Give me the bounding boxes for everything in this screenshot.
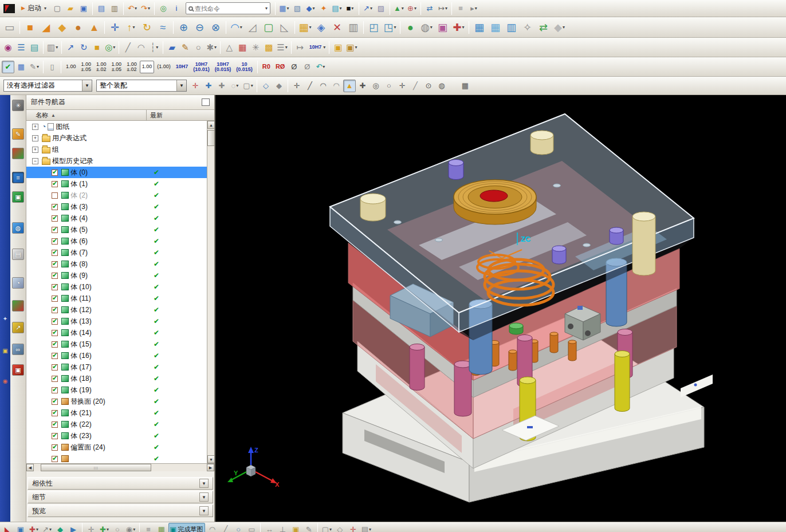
cone-button[interactable]: ▲ [87, 19, 102, 36]
dropdown-arrow-icon[interactable]: ▾ [236, 83, 238, 88]
section-expand-chevron-icon[interactable]: ▾ [199, 479, 209, 488]
triangle-ref-button[interactable]: △ [223, 41, 235, 54]
snap-quadrant-button[interactable]: ○ [383, 80, 395, 92]
panel-float-button[interactable] [202, 98, 210, 106]
tol-7[interactable]: (1.00) [155, 61, 173, 73]
snap-existing-point-button[interactable]: ✛ [396, 80, 408, 92]
dropdown-arrow-icon[interactable]: ▾ [462, 25, 465, 30]
combo-dropdown-arrow-icon[interactable]: ▼ [176, 80, 186, 91]
suppress-checkbox[interactable] [52, 238, 58, 245]
bottom-diamond-button[interactable]: ◆ [54, 523, 66, 532]
dropdown-arrow-icon[interactable]: ▾ [329, 527, 332, 532]
snap-point-on-curve-button[interactable]: ╱ [409, 80, 422, 92]
touch-panel-icon[interactable]: ▣ [12, 364, 24, 376]
dropdown-arrow-icon[interactable]: ▾ [563, 25, 565, 30]
tree-item-体 (4)[interactable]: 体 (4)✔ [26, 212, 207, 224]
snap-midpoint-button[interactable]: ◠ [317, 80, 329, 92]
bottom-box-button[interactable]: ▢▾ [320, 523, 333, 532]
suppress-checkbox[interactable] [52, 170, 58, 176]
horizontal-scroll-thumb[interactable]: ||| [41, 464, 151, 471]
tree-item-体 (7)[interactable]: 体 (7)✔ [26, 247, 207, 258]
sketchbook-button[interactable]: ▰ [166, 41, 178, 54]
dropdown-arrow-icon[interactable]: ▾ [214, 45, 217, 50]
bottom-arc-button[interactable]: ◠ [206, 523, 218, 532]
snap-curve-button[interactable]: ◠ [330, 80, 343, 92]
tree-item-体 (0)[interactable]: 体 (0)✔ [26, 167, 207, 178]
panel-section-相依性[interactable]: 相依性▾ [27, 477, 213, 490]
arc-tool-button[interactable]: ◠ [135, 41, 147, 54]
capture-button[interactable]: ▧ [291, 2, 304, 15]
dropdown-arrow-icon[interactable]: ▾ [394, 25, 396, 30]
tree-item-模型历史记录[interactable]: −模型历史记录 [26, 155, 207, 167]
tree-item-体 (6)[interactable]: 体 (6)✔ [26, 235, 207, 247]
layer-settings-button[interactable]: ☰ [15, 41, 27, 54]
snap-rect-button[interactable]: ▢▾ [242, 80, 254, 92]
tree-item-体 (8)[interactable]: 体 (8)✔ [26, 258, 207, 270]
tol-4[interactable]: 1.00 ±.05 [109, 61, 124, 73]
dropdown-arrow-icon[interactable]: ▾ [56, 45, 58, 50]
tree-item-体 (17)[interactable]: 体 (17)✔ [26, 361, 207, 373]
section-expand-chevron-icon[interactable]: ▾ [199, 492, 209, 502]
dropdown-arrow-icon[interactable]: ▾ [430, 25, 433, 30]
tol-6[interactable]: 1.00 [140, 61, 155, 73]
snap-intersection-button[interactable]: ✚ [356, 80, 369, 92]
materials-icon[interactable] [12, 300, 24, 312]
bottom-view-button[interactable]: ▣ [14, 523, 27, 532]
dropdown-arrow-icon[interactable]: ▾ [309, 25, 312, 30]
redo-button[interactable]: ↷▾ [139, 2, 152, 15]
block-button[interactable]: ■ [22, 19, 38, 36]
snap-point-on-face-button[interactable]: ⊙ [422, 80, 435, 92]
bottom-profile-button[interactable]: ◣ [1, 523, 14, 532]
dashed-line-button[interactable]: ┆▾ [148, 41, 160, 54]
dropdown-arrow-icon[interactable]: ▾ [414, 6, 416, 11]
pattern-feature-button[interactable]: ▦▾ [297, 19, 313, 36]
suppress-checkbox[interactable] [52, 273, 58, 279]
bottom-play-button[interactable]: ▶ [67, 523, 80, 532]
vertical-scrollbar[interactable]: ▲ ▼ [207, 121, 214, 463]
line-tool-button[interactable]: ╱ [121, 41, 134, 54]
prism-button[interactable]: ◆ [54, 19, 70, 36]
scroll-right-button[interactable]: ▶ [207, 464, 214, 471]
selection-filter-combo[interactable]: 没有选择过滤器 ▼ [3, 80, 92, 92]
scroll-down-button[interactable]: ▼ [207, 455, 214, 463]
surface-split-button[interactable]: ▥ [504, 19, 519, 36]
dropdown-arrow-icon[interactable]: ▾ [323, 45, 325, 50]
manage-icon[interactable]: ↗ [12, 322, 24, 333]
note-button[interactable]: ▥▾ [46, 41, 59, 54]
suppress-checkbox[interactable] [52, 215, 58, 222]
refresh-button[interactable]: ◎ [157, 2, 170, 15]
sync-views-button[interactable]: ⇄ [423, 2, 436, 15]
tol-2[interactable]: 1.00 ±.05 [79, 61, 94, 73]
suppress-checkbox[interactable] [52, 318, 58, 325]
wave-grid-button[interactable]: ▦ [471, 19, 487, 36]
panel-section-预览[interactable]: 预览▾ [27, 505, 213, 517]
gold-block-button[interactable]: ■ [91, 41, 103, 54]
paste-button[interactable]: ▥ [108, 2, 121, 15]
part-grid-button[interactable]: ▦ [459, 80, 471, 92]
column-latest[interactable]: 最新 [147, 110, 214, 120]
dropdown-arrow-icon[interactable]: ▾ [340, 6, 342, 11]
bottom-diamond2-button[interactable]: ◇ [333, 523, 346, 532]
snap-cross-button[interactable]: ✚ [215, 80, 228, 92]
suppress-checkbox[interactable] [52, 421, 58, 428]
suppress-checkbox[interactable] [52, 433, 58, 439]
diameter-button[interactable]: Ø [288, 61, 300, 73]
horizontal-scrollbar[interactable]: ◀ ||| ▶ [26, 463, 214, 471]
tree-item-偏置面 (24)[interactable]: 偏置面 (24)✔ [26, 442, 207, 453]
edge-blend-button[interactable]: ◠▾ [229, 19, 244, 36]
fit-1[interactable]: 10H7 [174, 61, 191, 73]
part-navigator-icon[interactable]: ≡ [12, 172, 24, 183]
fit-4[interactable]: 10 (0.015) [234, 61, 255, 73]
tree-item-体 (22)[interactable]: 体 (22)✔ [26, 419, 207, 430]
tree-item-体 (1)[interactable]: 体 (1)✔ [26, 178, 207, 190]
desktop-shortcut-3[interactable]: ◉ [3, 378, 8, 384]
desktop-shortcut-2[interactable]: ▣ [2, 348, 7, 354]
tree-item-体 (21)[interactable]: 体 (21)✔ [26, 407, 207, 419]
suppress-checkbox[interactable] [52, 250, 58, 256]
dropdown-arrow-icon[interactable]: ▾ [355, 45, 357, 50]
bottom-cross-button[interactable]: ✛ [347, 523, 359, 532]
dim-grid-button[interactable]: ▦ [15, 61, 27, 73]
assembly-navigator-icon[interactable]: ▣ [12, 191, 24, 203]
dropdown-arrow-icon[interactable]: ▾ [37, 64, 39, 69]
dropdown-arrow-icon[interactable]: ▾ [49, 527, 52, 532]
